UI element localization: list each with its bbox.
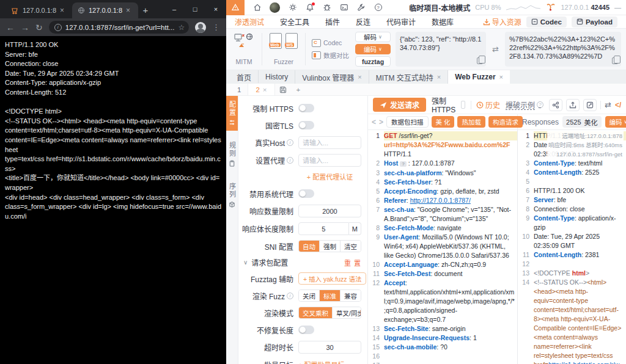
menu-database[interactable]: 数据库 [432, 16, 454, 27]
payload-button[interactable]: Payload [572, 16, 617, 27]
mode-sync-option[interactable]: 草叉/同步 [333, 307, 361, 318]
close-icon[interactable]: × [263, 86, 267, 93]
browser-tab-1[interactable]: 127.0.0.1:8 × [6, 2, 72, 18]
code-line[interactable]: 3sec-ch-ua-platform: "Windows" [368, 169, 517, 178]
code-line[interactable]: 3Content-Type: text/html [518, 159, 626, 168]
ws-fuzzer-icon[interactable]: WS [285, 33, 298, 49]
menu-reverse-conn[interactable]: 反连 [356, 16, 370, 27]
hotload-button[interactable]: 热加载 [457, 116, 485, 128]
response-size-beautify[interactable]: 2525美化 [562, 116, 601, 128]
fuzz-standard-option[interactable]: 标准 [320, 290, 341, 301]
decode-button[interactable]: 解码∨ [355, 32, 391, 42]
force-https-checkbox[interactable] [461, 101, 465, 109]
code-line[interactable]: 11Content-Length: 2381 [518, 250, 626, 260]
swap-icon[interactable]: ⇄ [491, 45, 500, 54]
address-bar[interactable]: i 127.0.0.1:8787/ssrf/in-get?url=htt... … [49, 21, 189, 34]
blast-example-link[interactable]: 爆破示例? [506, 100, 543, 110]
tab-web-fuzzer[interactable]: Web Fuzzer× [448, 70, 510, 84]
close-icon[interactable]: × [437, 73, 441, 81]
tab-home[interactable]: 首页 [230, 70, 259, 84]
timeout-input[interactable] [298, 341, 361, 354]
configure-batch-target-link[interactable]: + 配置批量目标 [298, 360, 344, 364]
code-line[interactable]: 8Sec-Fetch-Mode: navigate [368, 224, 517, 233]
code-line[interactable]: 17 [368, 361, 517, 364]
tools-wrench-icon[interactable] [356, 3, 366, 12]
close-icon[interactable]: × [60, 6, 64, 15]
code-line[interactable]: 8Connection: close [518, 205, 626, 214]
data-compare-shortcut[interactable]: 数据对比 [312, 51, 349, 60]
send-request-button[interactable]: 发送请求 [373, 98, 426, 112]
save-fuzzer-button[interactable] [274, 84, 292, 95]
code-line[interactable]: 10Accept-Language: zh-CN,zh;q=0.9 [368, 260, 517, 269]
size-unit[interactable]: M [349, 222, 361, 235]
codec-shortcut[interactable]: Codec [312, 39, 349, 47]
notifications-bell-icon[interactable] [305, 3, 314, 12]
proxy-input[interactable] [298, 154, 361, 167]
encode-button[interactable]: 编码∨ [355, 44, 391, 54]
code-line[interactable]: 7sec-ch-ua: "Google Chrome"; v="135", "N… [368, 205, 517, 224]
copy-icon[interactable] [477, 57, 483, 64]
tab-mitm[interactable]: MITM 交互式劫持× [369, 70, 448, 84]
bug-icon[interactable] [322, 3, 331, 12]
fuzzer-tab-2[interactable]: 2× [248, 84, 274, 95]
close-icon[interactable]: × [126, 6, 130, 15]
side-tab-config[interactable]: 配置 [226, 96, 238, 131]
encode-response-button[interactable]: 编码 ∨ [605, 116, 626, 128]
browser-tab-2[interactable]: 127.0.0.1:8 × [72, 2, 138, 18]
tab-vulinbox[interactable]: Vulinbox 管理器× [295, 70, 369, 84]
code-line[interactable]: 13Sec-Fetch-Site: same-origin [368, 324, 517, 333]
code-line[interactable]: 5Accept-Encoding: gzip, deflate, br, zst… [368, 187, 517, 196]
risk-alert-button[interactable] [226, 0, 245, 15]
profile-avatar[interactable] [195, 22, 206, 33]
beautify-response-button[interactable]: 美化 [584, 117, 598, 127]
share-button[interactable] [549, 99, 562, 111]
fuzz-off-option[interactable]: 关闭 [299, 290, 320, 301]
copy-icon[interactable] [612, 57, 618, 64]
disable-system-proxy-toggle[interactable] [298, 189, 314, 198]
menu-code-audit[interactable]: 代码审计 [386, 16, 416, 27]
fuzz-compat-option[interactable]: 兼容 [341, 290, 361, 301]
fuzztag-button[interactable]: fuzztag [355, 56, 391, 67]
code-line[interactable]: 7Server: bfe [518, 195, 626, 205]
minimize-button[interactable]: – [164, 5, 185, 13]
request-editor[interactable]: 1GET /ssrf/in-get?url=http%3A%2F%2Fwww.b… [368, 130, 518, 364]
side-tab-rules[interactable]: 规则 [226, 137, 238, 172]
code-line[interactable]: 12Accept: text/html,application/xhtml+xm… [368, 278, 517, 324]
help-icon[interactable]: ? [374, 3, 383, 12]
configure-proxy-auth-link[interactable]: + 配置代理认证 [307, 172, 353, 181]
close-window-button[interactable]: × [205, 5, 226, 13]
maximize-button[interactable]: □ [185, 5, 205, 13]
gm-tls-toggle[interactable] [298, 121, 314, 129]
code-line[interactable]: 16 [368, 352, 517, 361]
code-line[interactable]: 11Sec-Fetch-Dest: document [368, 269, 517, 278]
code-line[interactable]: 1GET /ssrf/in-get?url=http%3A%2F%2Fwww.b… [368, 131, 517, 159]
close-icon[interactable]: × [358, 73, 361, 81]
real-host-input[interactable] [298, 136, 361, 149]
menu-plugins[interactable]: 插件 [325, 16, 340, 27]
packet-scan-button[interactable]: 数据包扫描 [386, 116, 429, 128]
reload-icon[interactable]: ↻ [35, 23, 43, 32]
forward-icon[interactable]: → [21, 23, 29, 32]
web-fuzzer-icon[interactable]: Web [270, 33, 282, 49]
next-icon[interactable]: > [379, 118, 383, 126]
sni-auto-option[interactable]: 自动 [299, 241, 320, 252]
response-count-input[interactable] [298, 205, 361, 217]
close-icon[interactable]: × [499, 73, 503, 81]
force-https-toggle[interactable] [298, 104, 314, 112]
export-button[interactable] [566, 99, 580, 111]
code-line[interactable]: 9User-Agent: Mozilla/5.0 (Windows NT 10.… [368, 233, 517, 260]
site-info-icon[interactable]: i [54, 24, 62, 31]
code-line[interactable]: 15sec-ch-ua-mobile: ?0 [368, 343, 517, 352]
codec-output[interactable]: %7B%22abc%22%3A+123%2C+%22ref%22%3A+%22h… [505, 32, 621, 67]
no-fix-length-toggle[interactable] [298, 326, 314, 334]
code-line[interactable]: 10Date: Tue, 29 Apr 2025 02:35:09 GMT [518, 232, 626, 250]
code-line[interactable]: 4Sec-Fetch-User: ?1 [368, 178, 517, 187]
add-fuzzer-tab-button[interactable]: + [292, 84, 306, 95]
home-icon[interactable] [252, 3, 262, 12]
import-resource-button[interactable]: 导入资源 [483, 16, 521, 27]
browser-menu-icon[interactable]: ⋮ [212, 23, 220, 32]
sni-force-option[interactable]: 强制 [320, 241, 341, 252]
side-tab-sequence[interactable]: 序列 [226, 178, 238, 213]
menu-pentest[interactable]: 渗透测试 [235, 16, 264, 27]
codec-button[interactable]: Codec [526, 16, 567, 27]
